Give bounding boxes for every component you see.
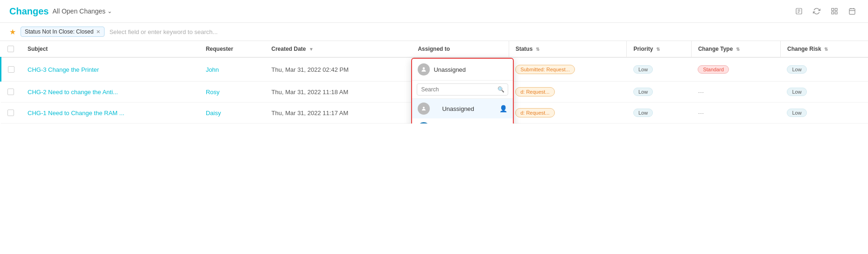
- subject-cell: CHG-1 Need to Change the RAM ...: [21, 103, 199, 124]
- change-risk-cell: Low: [780, 57, 868, 82]
- created-date-cell: Thu, Mar 31, 2022 11:18 AM: [265, 82, 412, 103]
- item-action-icon-unassigned[interactable]: 👤: [499, 105, 507, 112]
- svg-rect-5: [849, 9, 855, 14]
- select-all-header: [1, 41, 21, 57]
- col-status[interactable]: Status ⇅: [509, 41, 627, 57]
- change-type-dash: ---: [698, 110, 704, 117]
- table-header-row: Subject Requester Created Date ▼ Assigne…: [1, 41, 868, 57]
- change-risk-cell: Low: [780, 103, 868, 124]
- dropdown-search-bar: 🔍: [412, 81, 513, 99]
- dropdown-header-text: Unassigned: [434, 66, 466, 73]
- requester-value: Rosy: [206, 89, 220, 96]
- dropdown-list: Unassigned 👤 JK JK 👤: [412, 99, 513, 124]
- col-subject[interactable]: Subject: [21, 41, 199, 57]
- sort-icon: ⇅: [736, 47, 740, 52]
- subject-link[interactable]: CHG-3 Change the Printer: [28, 66, 99, 73]
- priority-badge: Low: [633, 65, 653, 74]
- change-type-dash: ---: [698, 89, 704, 96]
- refresh-icon[interactable]: [810, 5, 823, 18]
- row-checkbox[interactable]: [7, 110, 14, 116]
- row-checkbox-cell: [1, 103, 21, 124]
- dropdown-item-jk[interactable]: JK JK 👤: [412, 118, 513, 124]
- date-value: Thu, Mar 31, 2022 02:42 PM: [272, 66, 349, 73]
- filter-search-placeholder[interactable]: Select field or enter keyword to search.…: [109, 28, 217, 35]
- col-requester[interactable]: Requester: [199, 41, 265, 57]
- item-name-unassigned: Unassigned: [442, 105, 496, 112]
- col-priority[interactable]: Priority ⇅: [627, 41, 691, 57]
- priority-cell: Low: [627, 103, 691, 124]
- subject-link[interactable]: CHG-2 Need to change the Anti...: [28, 89, 118, 96]
- status-cell: d: Request...: [509, 82, 627, 103]
- calendar-icon[interactable]: [846, 5, 859, 18]
- change-type-cell: ---: [691, 82, 780, 103]
- changes-table-container: Subject Requester Created Date ▼ Assigne…: [0, 41, 868, 124]
- header-left: Changes All Open Changes ⌄: [9, 6, 112, 17]
- assigned-to-cell: Unassigned Unassigned: [411, 57, 509, 82]
- filter-bar: ★ Status Not In Close: Closed ✕ Select f…: [0, 23, 868, 41]
- assignee-dropdown: Unassigned 🔍: [411, 58, 514, 124]
- row-checkbox-cell: [1, 82, 21, 103]
- select-all-checkbox[interactable]: [7, 46, 14, 52]
- status-dot-unassigned: [434, 106, 438, 111]
- grid-view-icon[interactable]: [828, 5, 841, 18]
- change-risk-badge: Low: [787, 88, 806, 96]
- svg-rect-2: [835, 8, 837, 11]
- header-actions: [792, 5, 859, 18]
- requester-cell: Rosy: [199, 82, 265, 103]
- status-badge: Submitted: Request...: [515, 65, 575, 74]
- subject-cell: CHG-2 Need to change the Anti...: [21, 82, 199, 103]
- requester-value: Daisy: [206, 110, 221, 117]
- filter-remove-button[interactable]: ✕: [96, 29, 100, 35]
- row-checkbox-cell: [1, 57, 21, 82]
- item-avatar-unassigned: [418, 103, 430, 115]
- created-date-cell: Thu, Mar 31, 2022 02:42 PM: [265, 57, 412, 82]
- priority-badge: Low: [633, 88, 653, 96]
- col-assigned-to[interactable]: Assigned to: [411, 41, 509, 57]
- sort-icon: ⇅: [656, 47, 660, 52]
- status-badge: d: Request...: [515, 108, 554, 117]
- col-created-date[interactable]: Created Date ▼: [265, 41, 412, 57]
- row-checkbox[interactable]: [8, 66, 14, 73]
- chevron-down-icon: ⌄: [107, 8, 112, 14]
- svg-rect-3: [832, 12, 834, 14]
- filter-tag: Status Not In Close: Closed ✕: [21, 27, 105, 37]
- dropdown-item-unassigned[interactable]: Unassigned 👤: [412, 99, 513, 118]
- priority-badge: Low: [633, 109, 653, 117]
- subject-link[interactable]: CHG-1 Need to Change the RAM ...: [28, 110, 124, 117]
- favorite-star-icon[interactable]: ★: [9, 27, 16, 36]
- row-checkbox[interactable]: [7, 89, 14, 95]
- date-value: Thu, Mar 31, 2022 11:17 AM: [272, 110, 349, 117]
- priority-cell: Low: [627, 57, 691, 82]
- date-value: Thu, Mar 31, 2022 11:18 AM: [272, 89, 349, 96]
- col-change-type[interactable]: Change Type ⇅: [691, 41, 780, 57]
- sort-icon: ⇅: [536, 47, 539, 52]
- view-selector[interactable]: All Open Changes ⌄: [52, 7, 112, 15]
- requester-value: John: [206, 66, 219, 73]
- requester-cell: Daisy: [199, 103, 265, 124]
- change-type-badge: Standard: [698, 65, 729, 74]
- status-badge: d: Request...: [515, 87, 554, 96]
- change-type-cell: ---: [691, 103, 780, 124]
- item-avatar-jk: JK: [418, 122, 430, 124]
- change-risk-badge: Low: [787, 109, 806, 117]
- subject-cell: CHG-3 Change the Printer: [21, 57, 199, 82]
- svg-point-8: [423, 107, 425, 109]
- requester-cell: John: [199, 57, 265, 82]
- priority-cell: Low: [627, 82, 691, 103]
- change-risk-cell: Low: [780, 82, 868, 103]
- page-title: Changes: [9, 6, 49, 17]
- search-icon: 🔍: [497, 86, 504, 93]
- sort-icon: ⇅: [824, 47, 828, 52]
- dropdown-search-input[interactable]: [417, 83, 508, 96]
- table-row: CHG-3 Change the Printer John Thu, Mar 3…: [1, 57, 868, 82]
- status-cell: Submitted: Request...: [509, 57, 627, 82]
- dropdown-header-avatar: [418, 63, 430, 76]
- sort-icon: ▼: [309, 47, 314, 52]
- col-change-risk[interactable]: Change Risk ⇅: [780, 41, 868, 57]
- changes-table: Subject Requester Created Date ▼ Assigne…: [0, 41, 868, 124]
- change-type-cell: Standard: [691, 57, 780, 82]
- change-risk-badge: Low: [787, 65, 806, 74]
- svg-point-7: [423, 67, 425, 69]
- app-header: Changes All Open Changes ⌄: [0, 0, 868, 23]
- export-icon[interactable]: [792, 5, 805, 18]
